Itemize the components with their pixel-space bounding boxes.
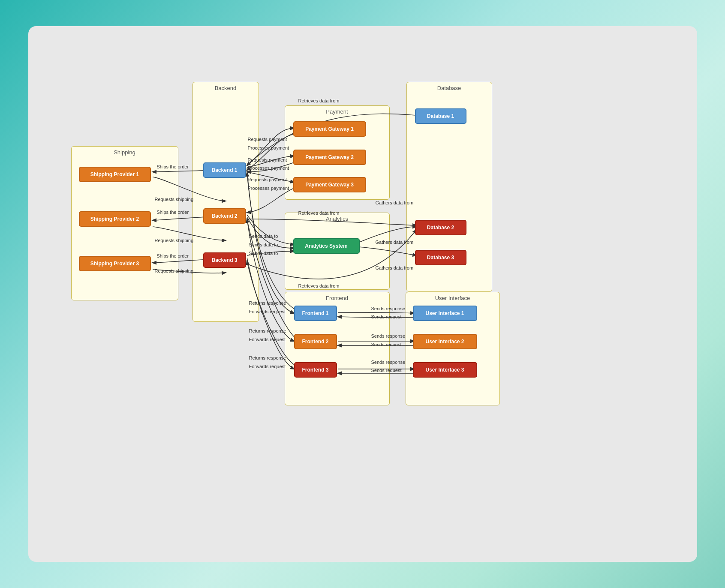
payment-gateway-1[interactable]: Payment Gateway 1 (293, 121, 366, 137)
label-ships-order-2: Ships the order (157, 210, 189, 215)
label-requests-shipping-2: Requests shipping (155, 238, 194, 243)
backend-1[interactable]: Backend 1 (203, 162, 246, 178)
label-requests-shipping-1: Requests shipping (155, 197, 194, 202)
label-retrieves-2: Retrieves data from (298, 210, 340, 216)
shipping-provider-1[interactable]: Shipping Provider 1 (79, 167, 151, 182)
group-analytics-label: Analytics (326, 216, 348, 222)
database-3[interactable]: Database 3 (415, 250, 466, 265)
user-interface-3[interactable]: User Interface 3 (413, 362, 477, 378)
label-forwards-req-2: Forwards request (249, 337, 286, 342)
shipping-provider-3[interactable]: Shipping Provider 3 (79, 256, 151, 271)
frontend-3[interactable]: Frontend 3 (294, 362, 337, 378)
label-processes-payment-1: Processes payment (248, 145, 289, 150)
label-sends-req-1: Sends request (371, 314, 402, 319)
backend-3[interactable]: Backend 3 (203, 252, 246, 268)
label-ships-order-3: Ships the order (157, 253, 189, 258)
main-card: Shipping Backend Payment Analytics Datab… (28, 26, 697, 562)
group-payment-label: Payment (326, 108, 348, 115)
label-forwards-req-3: Forwards request (249, 364, 286, 369)
label-requests-payment-1: Requests payment (248, 137, 287, 142)
label-sends-data-1: Sends data to (249, 234, 278, 239)
frontend-2[interactable]: Frontend 2 (294, 334, 337, 349)
label-processes-payment-3: Processes payment (248, 186, 289, 191)
label-gathers-2: Gathers data from (376, 240, 414, 245)
label-sends-resp-3: Sends response (371, 360, 406, 365)
label-requests-payment-3: Requests payment (248, 177, 287, 182)
backend-2[interactable]: Backend 2 (203, 208, 246, 224)
label-sends-resp-1: Sends response (371, 306, 406, 311)
label-gathers-3: Gathers data from (376, 265, 414, 270)
group-backend-label: Backend (215, 85, 237, 91)
group-shipping-label: Shipping (114, 149, 135, 156)
group-database-label: Database (437, 85, 461, 91)
payment-gateway-3[interactable]: Payment Gateway 3 (293, 177, 366, 192)
label-sends-data-3: Sends data to (249, 251, 278, 256)
user-interface-1[interactable]: User Interface 1 (413, 306, 477, 321)
label-sends-req-3: Sends request (371, 368, 402, 373)
database-2[interactable]: Database 2 (415, 220, 466, 235)
label-retrieves-1: Retrieves data from (298, 98, 340, 103)
group-backend: Backend (193, 82, 259, 322)
group-ui-label: User Interface (435, 295, 470, 301)
group-frontend-label: Frontend (326, 295, 348, 301)
label-processes-payment-2: Processes payment (248, 165, 289, 171)
frontend-1[interactable]: Frontend 1 (294, 306, 337, 321)
label-forwards-req-1: Forwards request (249, 309, 286, 314)
database-1[interactable]: Database 1 (415, 108, 466, 124)
label-gathers-1: Gathers data from (376, 200, 414, 205)
label-sends-req-2: Sends request (371, 342, 402, 347)
shipping-provider-2[interactable]: Shipping Provider 2 (79, 211, 151, 227)
label-sends-data-2: Sends data to (249, 242, 278, 247)
label-returns-resp-1: Returns response (249, 300, 286, 306)
label-returns-resp-2: Returns response (249, 328, 286, 333)
analytics-system[interactable]: Analytics System (293, 238, 360, 254)
label-ships-order-1: Ships the order (157, 164, 189, 169)
label-requests-payment-2: Requests payment (248, 157, 287, 162)
label-requests-shipping-3: Requests shipping (155, 268, 194, 273)
user-interface-2[interactable]: User Interface 2 (413, 334, 477, 349)
label-sends-resp-2: Sends response (371, 333, 406, 339)
label-returns-resp-3: Returns response (249, 355, 286, 360)
payment-gateway-2[interactable]: Payment Gateway 2 (293, 150, 366, 165)
label-retrieves-3: Retrieves data from (298, 283, 340, 288)
